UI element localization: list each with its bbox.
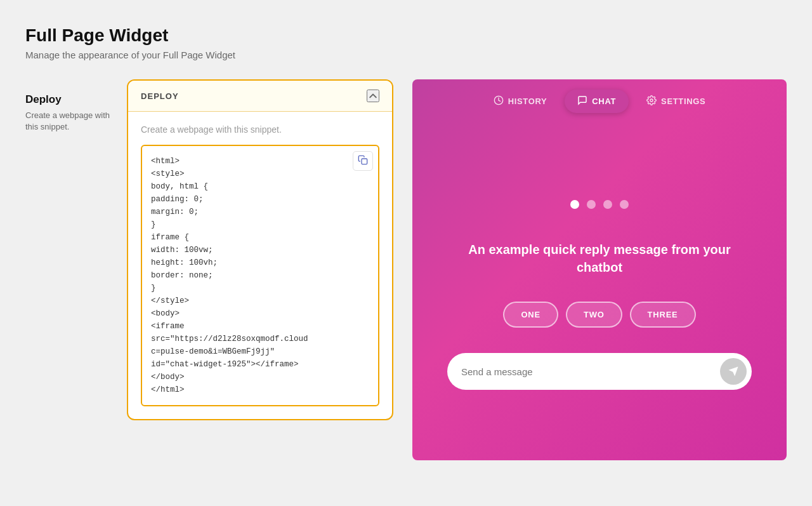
clock-icon	[494, 95, 504, 107]
quick-reply-one[interactable]: ONE	[503, 302, 558, 328]
deploy-card: DEPLOY Create a webpage with this snippe…	[127, 79, 393, 420]
deploy-card-title: DEPLOY	[141, 91, 179, 101]
deploy-card-body: Create a webpage with this snippet. <htm…	[128, 112, 392, 419]
nav-history-button[interactable]: HISTORY	[481, 90, 560, 113]
dot-1	[570, 200, 579, 209]
main-content: Deploy Create a webpage with this snippe…	[25, 79, 787, 460]
preview-nav: HISTORY CHAT SETTINGS	[412, 79, 787, 123]
message-input-row	[447, 353, 752, 390]
chatbot-message: An example quick reply message from your…	[454, 241, 745, 276]
chat-icon	[577, 95, 587, 107]
dot-3	[603, 200, 612, 209]
collapse-button[interactable]	[367, 90, 379, 102]
code-content: <html> <style> body, html { padding: 0; …	[142, 146, 378, 405]
quick-replies: ONE TWO THREE	[503, 302, 695, 328]
gear-icon	[646, 95, 657, 107]
chat-label: CHAT	[592, 97, 616, 106]
dot-2	[587, 200, 596, 209]
preview-panel: HISTORY CHAT SETTINGS	[412, 79, 787, 460]
nav-chat-button[interactable]: CHAT	[565, 90, 629, 113]
message-input[interactable]	[461, 366, 714, 377]
history-label: HISTORY	[508, 97, 547, 106]
svg-rect-0	[362, 159, 367, 164]
settings-label: SETTINGS	[661, 97, 705, 106]
code-block-wrapper: <html> <style> body, html { padding: 0; …	[141, 145, 379, 406]
dot-4	[620, 200, 629, 209]
nav-settings-button[interactable]: SETTINGS	[634, 90, 718, 113]
dots-indicator	[570, 200, 629, 209]
send-button[interactable]	[720, 358, 747, 385]
copy-button[interactable]	[353, 151, 373, 171]
sidebar-section-title: Deploy	[25, 93, 114, 106]
quick-reply-two[interactable]: TWO	[566, 302, 622, 328]
send-icon	[728, 366, 739, 377]
page-title: Full Page Widget	[25, 25, 787, 46]
quick-reply-three[interactable]: THREE	[630, 302, 696, 328]
sidebar-section-label: Deploy Create a webpage with this snippe…	[25, 79, 127, 133]
deploy-description: Create a webpage with this snippet.	[141, 124, 379, 135]
deploy-card-header: DEPLOY	[128, 81, 392, 112]
svg-point-2	[650, 99, 653, 102]
page-subtitle: Manage the appearance of your Full Page …	[25, 50, 787, 60]
preview-body: An example quick reply message from your…	[412, 123, 787, 460]
sidebar-section-description: Create a webpage with this snippet.	[25, 110, 114, 133]
